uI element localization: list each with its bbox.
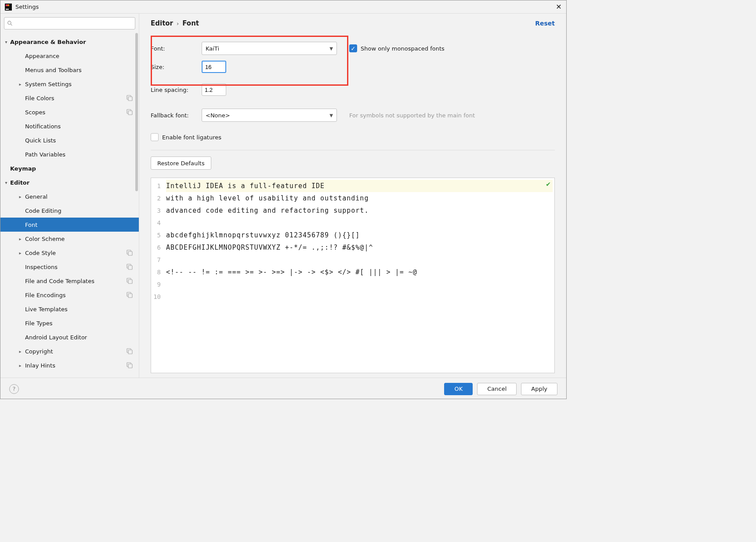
settings-tree: ▾Appearance & BehaviorAppearanceMenus an… xyxy=(0,33,139,378)
sidebar-item-system-settings[interactable]: ▸System Settings xyxy=(0,77,139,91)
sidebar-item-appearance[interactable]: Appearance xyxy=(0,49,139,63)
sidebar-item-file-encodings[interactable]: File Encodings xyxy=(0,288,139,302)
fallback-font-value: <None> xyxy=(206,112,230,119)
sidebar-item-label: Appearance & Behavior xyxy=(10,39,86,45)
chevron-down-icon: ▾ xyxy=(2,180,10,185)
sidebar-item-label: Copyright xyxy=(25,348,53,355)
sidebar-item-inspections[interactable]: Inspections xyxy=(0,260,139,274)
preview-gutter: 12345678910 xyxy=(151,178,164,373)
sidebar-item-font[interactable]: Font xyxy=(0,218,139,232)
svg-rect-3 xyxy=(6,9,9,10)
chevron-right-icon: ▸ xyxy=(16,82,24,87)
reset-link[interactable]: Reset xyxy=(535,20,555,27)
sidebar-item-label: Scopes xyxy=(25,109,45,116)
sidebar-item-label: System Settings xyxy=(25,81,72,87)
size-label: Size: xyxy=(151,64,202,70)
project-scope-icon xyxy=(127,362,133,368)
close-icon[interactable]: ✕ xyxy=(556,4,562,10)
font-preview-editor: 12345678910 IntelliJ IDEA is a full-feat… xyxy=(151,178,555,373)
sidebar-item-scopes[interactable]: Scopes xyxy=(0,105,139,119)
sidebar-item-code-style[interactable]: ▸Code Style xyxy=(0,246,139,260)
sidebar-item-label: Live Templates xyxy=(25,306,68,313)
svg-rect-17 xyxy=(128,294,132,298)
font-label: Font: xyxy=(151,45,202,52)
svg-rect-7 xyxy=(128,97,132,101)
sidebar-item-label: File Encodings xyxy=(25,292,66,298)
ligatures-checkbox[interactable] xyxy=(151,133,159,141)
project-scope-icon xyxy=(127,95,133,101)
svg-rect-1 xyxy=(6,4,7,6)
sidebar-item-file-types[interactable]: File Types xyxy=(0,316,139,330)
chevron-right-icon: ▸ xyxy=(16,363,24,368)
svg-rect-21 xyxy=(128,364,132,368)
fallback-font-select[interactable]: <None> ▼ xyxy=(202,109,337,122)
sidebar-item-general[interactable]: ▸General xyxy=(0,189,139,204)
cancel-button[interactable]: Cancel xyxy=(477,383,517,395)
sidebar-item-label: Notifications xyxy=(25,123,61,130)
sidebar-item-label: Keymap xyxy=(10,165,36,172)
sidebar-item-label: File Colors xyxy=(25,95,54,102)
project-scope-icon xyxy=(127,292,133,298)
sidebar-item-quick-lists[interactable]: Quick Lists xyxy=(0,133,139,147)
project-scope-icon xyxy=(127,264,133,270)
search-icon xyxy=(7,20,13,26)
ligatures-label: Enable font ligatures xyxy=(162,134,221,141)
sidebar-item-file-colors[interactable]: File Colors xyxy=(0,91,139,105)
sidebar-item-label: General xyxy=(25,193,47,200)
restore-defaults-button[interactable]: Restore Defaults xyxy=(151,156,211,170)
chevron-right-icon: ▸ xyxy=(16,349,24,354)
sidebar-item-label: Inlay Hints xyxy=(25,362,55,369)
sidebar-item-copyright[interactable]: ▸Copyright xyxy=(0,344,139,358)
sidebar-item-path-variables[interactable]: Path Variables xyxy=(0,147,139,161)
chevron-down-icon: ▼ xyxy=(329,113,333,118)
sidebar-item-label: Android Layout Editor xyxy=(25,334,87,341)
sidebar-item-label: Appearance xyxy=(25,53,59,59)
sidebar-item-label: Code Editing xyxy=(25,207,61,214)
monospaced-checkbox-label: Show only monospaced fonts xyxy=(361,45,445,52)
sidebar-item-label: File Types xyxy=(25,320,53,327)
settings-sidebar: ▾Appearance & BehaviorAppearanceMenus an… xyxy=(0,14,139,378)
svg-rect-2 xyxy=(7,4,9,6)
sidebar-item-label: Quick Lists xyxy=(25,137,56,144)
project-scope-icon xyxy=(127,250,133,256)
font-select[interactable]: KaiTi ▼ xyxy=(202,42,337,55)
monospaced-checkbox[interactable]: ✓ xyxy=(349,44,357,52)
ok-button[interactable]: OK xyxy=(444,383,473,395)
line-spacing-input[interactable] xyxy=(202,84,226,96)
sidebar-item-label: Path Variables xyxy=(25,151,65,158)
sidebar-item-live-templates[interactable]: Live Templates xyxy=(0,302,139,316)
sidebar-item-editor[interactable]: ▾Editor xyxy=(0,175,139,189)
sidebar-search[interactable] xyxy=(4,17,135,29)
chevron-down-icon: ▼ xyxy=(329,46,333,51)
sidebar-item-notifications[interactable]: Notifications xyxy=(0,119,139,133)
window-titlebar: Settings ✕ xyxy=(0,0,566,14)
apply-button[interactable]: Apply xyxy=(521,383,557,395)
chevron-right-icon: › xyxy=(177,20,179,27)
sidebar-item-label: File and Code Templates xyxy=(25,278,94,284)
search-input[interactable] xyxy=(14,20,132,27)
breadcrumb-segment: Font xyxy=(182,19,199,27)
project-scope-icon xyxy=(127,109,133,115)
sidebar-item-file-and-code-templates[interactable]: File and Code Templates xyxy=(0,274,139,288)
breadcrumb: Editor › Font xyxy=(151,19,199,27)
check-icon: ✔ xyxy=(546,181,551,188)
help-icon[interactable]: ? xyxy=(9,384,19,394)
preview-lines: IntelliJ IDEA is a full-featured IDEwith… xyxy=(164,178,554,373)
svg-rect-13 xyxy=(128,266,132,269)
sidebar-item-android-layout-editor[interactable]: Android Layout Editor xyxy=(0,330,139,344)
sidebar-item-menus-and-toolbars[interactable]: Menus and Toolbars xyxy=(0,63,139,77)
sidebar-item-inlay-hints[interactable]: ▸Inlay Hints xyxy=(0,358,139,372)
sidebar-item-code-editing[interactable]: Code Editing xyxy=(0,204,139,218)
sidebar-item-appearance-behavior[interactable]: ▾Appearance & Behavior xyxy=(0,35,139,49)
chevron-right-icon: ▸ xyxy=(16,194,24,199)
sidebar-item-color-scheme[interactable]: ▸Color Scheme xyxy=(0,232,139,246)
settings-content: Editor › Font Reset Font: KaiTi ▼ ✓ Show… xyxy=(139,14,566,378)
size-input[interactable] xyxy=(202,61,226,73)
chevron-right-icon: ▸ xyxy=(16,236,24,241)
svg-rect-9 xyxy=(128,111,132,115)
sidebar-item-label: Inspections xyxy=(25,264,58,270)
sidebar-item-keymap[interactable]: Keymap xyxy=(0,161,139,175)
svg-rect-19 xyxy=(128,350,132,354)
project-scope-icon xyxy=(127,348,133,354)
line-spacing-label: Line spacing: xyxy=(151,87,202,93)
